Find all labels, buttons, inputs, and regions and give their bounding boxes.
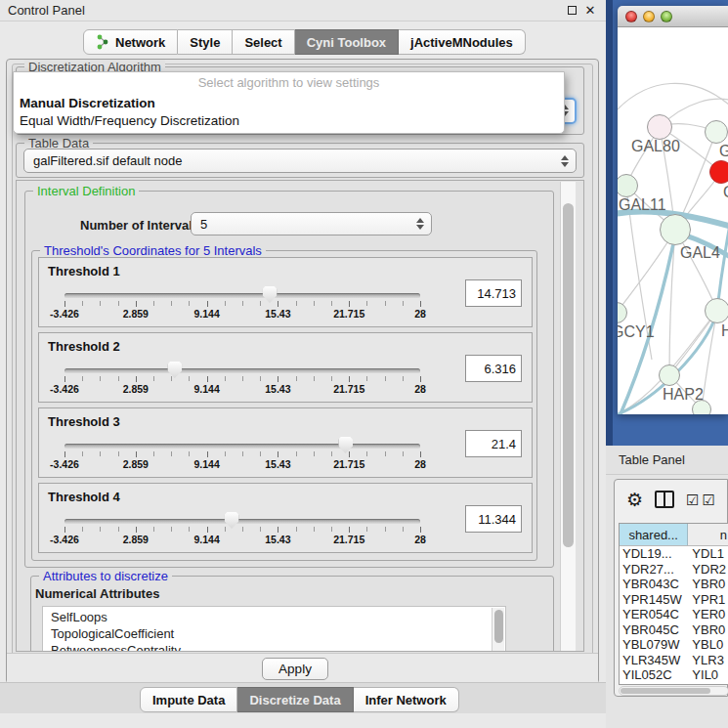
threshold-3-label: Threshold 3	[48, 414, 120, 429]
float-window-icon[interactable]	[565, 4, 578, 18]
threshold-4-value-field[interactable]: 11.344	[465, 505, 522, 533]
threshold-1-value-field[interactable]: 14.713	[465, 279, 522, 307]
numerical-attributes-heading: Numerical Attributes	[35, 586, 159, 601]
combo-spinner-icon	[415, 218, 424, 230]
node-red[interactable]	[709, 160, 728, 184]
checkbox-checked-icon[interactable]: ☑	[703, 492, 715, 507]
slider-tick-labels: -3.4262.8599.14415.4321.71528	[64, 458, 420, 471]
threshold-1-label: Threshold 1	[48, 264, 120, 278]
threshold-4-slider[interactable]: -3.4262.8599.14415.4321.71528	[64, 513, 420, 548]
list-item[interactable]: SelfLoops	[51, 610, 107, 625]
settings-scrollbar[interactable]	[560, 182, 576, 652]
scrollbar-thumb[interactable]	[621, 688, 710, 694]
slider-track[interactable]	[64, 519, 420, 524]
slider-track[interactable]	[64, 293, 420, 298]
table-row[interactable]: YIL052CYIL0	[620, 667, 728, 683]
apply-button[interactable]: Apply	[262, 658, 328, 680]
tab-style[interactable]: Style	[178, 29, 233, 55]
column-header-shared[interactable]: shared...	[620, 524, 688, 545]
popup-item-equal-width-frequency[interactable]: Equal Width/Frequency Discretization	[18, 113, 561, 130]
network-canvas[interactable]: GAL80 G C GAL11 GAL4 GCY1 H HAP2	[618, 27, 728, 414]
number-of-intervals-label: Number of Intervals	[80, 218, 199, 233]
table-row[interactable]: YDL19...YDL1	[620, 546, 728, 562]
table-row[interactable]: YER054CYER0	[620, 607, 728, 622]
scrollbar-thumb[interactable]	[494, 610, 503, 643]
mac-close-icon[interactable]	[625, 11, 637, 22]
threshold-2-slider[interactable]: -3.4262.8599.14415.4321.71528	[64, 363, 420, 398]
slider-track[interactable]	[64, 368, 420, 373]
float-square-glyph	[568, 6, 577, 15]
table-row[interactable]: YBL079WYBL0	[620, 637, 728, 653]
tab-network[interactable]: Network	[83, 29, 178, 55]
gear-icon[interactable]: ⚙	[626, 491, 643, 509]
checkbox-checked-icon[interactable]: ☑	[686, 492, 699, 507]
threshold-2-value-field[interactable]: 6.316	[465, 355, 522, 382]
mac-minimize-icon[interactable]	[643, 11, 655, 22]
tab-network-label: Network	[115, 35, 165, 50]
slider-minor-ticks	[64, 527, 420, 532]
table-data-combobox[interactable]: galFiltered.sif default node	[23, 149, 577, 173]
slider-minor-ticks	[64, 451, 420, 456]
node-gal80[interactable]	[647, 114, 672, 140]
tab-jactivemnodules[interactable]: jActiveMNodules	[399, 29, 526, 55]
node-h[interactable]	[705, 298, 728, 323]
tab-cyni-toolbox-label: Cyni Toolbox	[307, 35, 386, 50]
panel-title: Control Panel	[8, 3, 85, 18]
tab-discretize-data[interactable]: Discretize Data	[237, 687, 353, 712]
tab-impute-data-label: Impute Data	[152, 693, 225, 707]
table-data-combobox-value: galFiltered.sif default node	[33, 153, 182, 168]
popup-hint-text: Select algorithm to view settings	[14, 75, 564, 90]
threshold-3-value-field[interactable]: 21.4	[465, 430, 522, 457]
tab-infer-network[interactable]: Infer Network	[354, 687, 459, 712]
tab-select-label: Select	[244, 35, 281, 50]
node-label-g: G	[719, 143, 728, 160]
node-g[interactable]	[705, 120, 728, 144]
slider-tick-labels: -3.4262.8599.14415.4321.71528	[64, 534, 420, 546]
scrollbar-thumb[interactable]	[563, 203, 574, 547]
tab-infer-network-label: Infer Network	[365, 693, 447, 707]
table-horizontal-scrollbar[interactable]	[619, 686, 728, 696]
tab-discretize-data-label: Discretize Data	[249, 693, 340, 707]
number-of-intervals-combobox[interactable]: 5	[191, 212, 432, 236]
column-header-name[interactable]: n	[688, 524, 728, 545]
node-hap2[interactable]	[659, 364, 680, 386]
threshold-3-slider[interactable]: -3.4262.8599.14415.4321.71528	[64, 438, 420, 473]
threshold-3-box: Threshold 3 -3.4262.8599.14415.4321.7152…	[38, 407, 533, 478]
node-label-gcy1: GCY1	[618, 323, 655, 341]
number-of-intervals-value: 5	[200, 217, 207, 232]
mac-zoom-icon[interactable]	[661, 11, 672, 22]
tab-impute-data[interactable]: Impute Data	[140, 687, 237, 712]
numerical-attributes-list[interactable]: SelfLoops TopologicalCoefficient Between…	[42, 606, 506, 652]
table-panel-box: ⚙ ☑ ☑ shared... n YDL19...YDL1 YDR27...Y…	[614, 479, 728, 697]
node-attribute-table[interactable]: shared... n YDL19...YDL1 YDR27...YDR2 YB…	[619, 523, 728, 685]
node-bottom-partial[interactable]	[692, 400, 711, 414]
threshold-1-slider[interactable]: -3.4262.8599.14415.4321.71528	[64, 287, 420, 322]
node-label-gal11: GAL11	[619, 196, 666, 214]
slider-tick-labels: -3.4262.8599.14415.4321.71528	[64, 383, 420, 396]
close-icon[interactable]: ✕	[583, 4, 597, 18]
table-row[interactable]: YPR145WYPR1	[620, 592, 728, 608]
attributes-to-discretize-label: Attributes to discretize	[39, 569, 172, 583]
table-row[interactable]: YDR27...YDR2	[620, 562, 728, 578]
apply-button-row: Apply	[7, 653, 598, 682]
tab-cyni-toolbox[interactable]: Cyni Toolbox	[295, 29, 399, 55]
table-row[interactable]: YBR045CYBR0	[620, 622, 728, 638]
network-view-window: GAL80 G C GAL11 GAL4 GCY1 H HAP2	[618, 6, 728, 414]
interval-definition-label: Interval Definition	[33, 184, 139, 198]
list-item[interactable]: TopologicalCoefficient	[51, 626, 174, 642]
table-panel: Table Panel ⚙ ☑ ☑ shared... n YDL19...YD…	[606, 446, 728, 728]
combo-spinner-icon	[560, 155, 569, 167]
tab-select[interactable]: Select	[233, 29, 294, 55]
table-row[interactable]: YBR043CYBR0	[620, 577, 728, 592]
threshold-1-box: Threshold 1 -3.4262.8599.14415.4321.7152…	[38, 257, 533, 327]
tab-jactivemnodules-label: jActiveMNodules	[410, 35, 513, 50]
interval-definition-group: Interval Definition Number of Intervals …	[24, 191, 554, 568]
threshold-2-box: Threshold 2 -3.4262.8599.14415.4321.7152…	[38, 332, 533, 403]
list-item[interactable]: BetweennessCentrality	[51, 643, 181, 652]
node-gal4[interactable]	[660, 214, 691, 245]
column-layout-icon[interactable]	[655, 491, 674, 508]
popup-item-manual-discretization[interactable]: Manual Discretization	[18, 96, 561, 112]
table-row[interactable]: YLR345WYLR3	[620, 653, 728, 668]
slider-track[interactable]	[64, 444, 420, 449]
attributes-list-scrollbar[interactable]	[492, 608, 504, 652]
